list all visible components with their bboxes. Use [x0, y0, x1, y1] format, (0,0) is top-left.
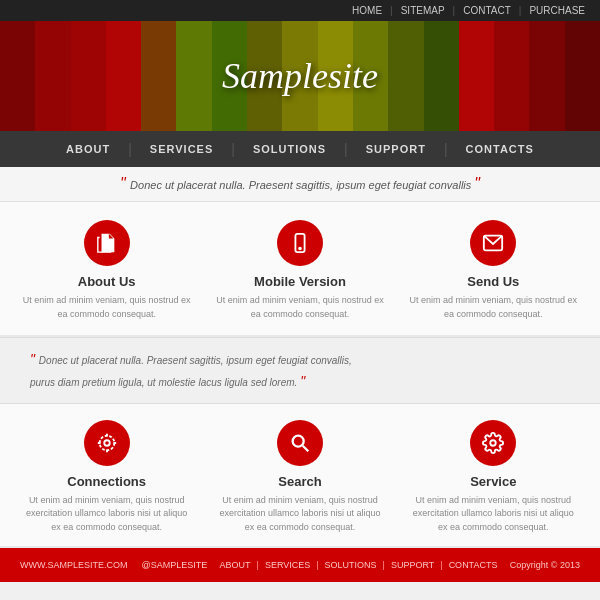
- nav-solutions[interactable]: SOLUTIONS: [235, 131, 344, 167]
- footer-social: @SAMPLESITE: [142, 560, 208, 570]
- svg-point-7: [293, 435, 304, 446]
- footer-nav-about[interactable]: ABOUT: [220, 560, 251, 570]
- top-nav-home[interactable]: HOME: [352, 5, 382, 16]
- quote2-open: ": [30, 351, 39, 367]
- site-title: Samplesite: [222, 55, 378, 97]
- footer: WWW.SAMPLESITE.COM @SAMPLESITE ABOUT | S…: [0, 548, 600, 582]
- send-us-text: Ut enim ad minim veniam, quis nostrud ex…: [408, 294, 578, 321]
- sep3: |: [519, 5, 522, 16]
- feature-about-us: About Us Ut enim ad minim veniam, quis n…: [22, 220, 192, 321]
- svg-line-8: [303, 446, 309, 452]
- quote-text-1: Donec ut placerat nulla. Praesent sagitt…: [130, 179, 471, 191]
- svg-rect-1: [103, 244, 109, 245]
- mobile-icon: [277, 220, 323, 266]
- mobile-title: Mobile Version: [215, 274, 385, 289]
- feature-mobile: Mobile Version Ut enim ad minim veniam, …: [215, 220, 385, 321]
- search-icon: [277, 420, 323, 466]
- footer-nav-solutions[interactable]: SOLUTIONS: [325, 560, 377, 570]
- top-nav-sitemap[interactable]: SITEMAP: [401, 5, 445, 16]
- quote-bar-1: " Donec ut placerat nulla. Praesent sagi…: [0, 167, 600, 202]
- svg-point-5: [104, 440, 110, 446]
- search-text: Ut enim ad minim veniam, quis nostrud ex…: [215, 494, 385, 535]
- about-us-text: Ut enim ad minim veniam, quis nostrud ex…: [22, 294, 192, 321]
- about-us-title: About Us: [22, 274, 192, 289]
- top-nav-contact[interactable]: CONTACT: [463, 5, 511, 16]
- footer-url: WWW.SAMPLESITE.COM: [20, 560, 128, 570]
- connections-text: Ut enim ad minim veniam, quis nostrud ex…: [22, 494, 192, 535]
- service-icon: [470, 420, 516, 466]
- footer-left: WWW.SAMPLESITE.COM @SAMPLESITE: [20, 560, 207, 570]
- quote2-close: ": [300, 373, 305, 389]
- about-us-icon: [84, 220, 130, 266]
- svg-point-9: [491, 440, 497, 446]
- sep2: |: [453, 5, 456, 16]
- footer-nav-support[interactable]: SUPPORT: [391, 560, 434, 570]
- top-nav-purchase[interactable]: PURCHASE: [529, 5, 585, 16]
- sep1: |: [390, 5, 393, 16]
- footer-nav: ABOUT | SERVICES | SOLUTIONS | SUPPORT |…: [220, 560, 498, 570]
- main-nav: ABOUT | SERVICES | SOLUTIONS | SUPPORT |…: [0, 131, 600, 167]
- top-bar: HOME | SITEMAP | CONTACT | PURCHASE: [0, 0, 600, 21]
- service-title: Service: [408, 474, 578, 489]
- svg-point-6: [99, 435, 114, 450]
- svg-point-3: [299, 248, 301, 250]
- footer-nav-contacts[interactable]: CONTACTS: [449, 560, 498, 570]
- nav-contacts[interactable]: CONTACTS: [448, 131, 552, 167]
- feature-connections: Connections Ut enim ad minim veniam, qui…: [22, 420, 192, 535]
- send-us-icon: [470, 220, 516, 266]
- nav-services[interactable]: SERVICES: [132, 131, 231, 167]
- mobile-text: Ut enim ad minim veniam, quis nostrud ex…: [215, 294, 385, 321]
- feature-send-us: Send Us Ut enim ad minim veniam, quis no…: [408, 220, 578, 321]
- feature-search: Search Ut enim ad minim veniam, quis nos…: [215, 420, 385, 535]
- quote-open: ": [120, 175, 130, 192]
- send-us-title: Send Us: [408, 274, 578, 289]
- features-section-1: About Us Ut enim ad minim veniam, quis n…: [0, 202, 600, 337]
- footer-nav-services[interactable]: SERVICES: [265, 560, 310, 570]
- service-text: Ut enim ad minim veniam, quis nostrud ex…: [408, 494, 578, 535]
- connections-title: Connections: [22, 474, 192, 489]
- svg-rect-0: [103, 241, 110, 242]
- nav-support[interactable]: SUPPORT: [348, 131, 444, 167]
- search-title: Search: [215, 474, 385, 489]
- hero-section: Samplesite: [0, 21, 600, 131]
- nav-about[interactable]: ABOUT: [48, 131, 128, 167]
- feature-service: Service Ut enim ad minim veniam, quis no…: [408, 420, 578, 535]
- features-section-2: Connections Ut enim ad minim veniam, qui…: [0, 404, 600, 549]
- quote-bar-2: " Donec ut placerat nulla. Praesent sagi…: [0, 337, 600, 404]
- quote-close: ": [474, 175, 480, 192]
- footer-copyright: Copyright © 2013: [510, 560, 580, 570]
- connections-icon: [84, 420, 130, 466]
